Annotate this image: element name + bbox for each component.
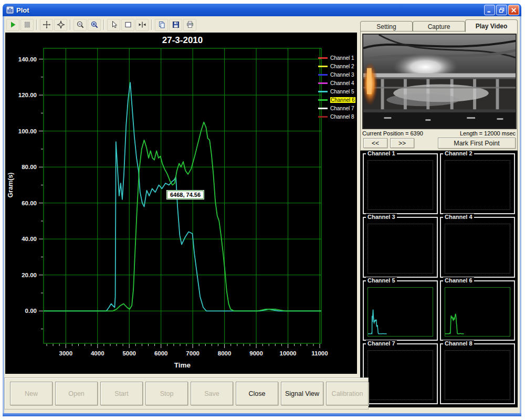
play-button[interactable]	[6, 19, 19, 31]
svg-text:140.00: 140.00	[18, 56, 37, 62]
open-button: Open	[55, 382, 98, 405]
legend-label: Channel 7	[330, 106, 354, 111]
step-back-button[interactable]: <<	[363, 138, 387, 148]
channel-signal-area	[368, 350, 433, 400]
close-window-button[interactable]	[508, 5, 519, 15]
select-region-button[interactable]	[121, 19, 134, 31]
fit-width-button[interactable]	[135, 19, 149, 31]
legend-label: Channel 2	[330, 64, 354, 69]
legend-item-channel-2[interactable]: Channel 2	[318, 62, 357, 70]
stop-button: Stop	[145, 382, 188, 405]
signal-view-button[interactable]: Signal View	[281, 382, 323, 405]
print-button[interactable]	[183, 19, 196, 31]
legend-item-channel-6[interactable]: Channel 6	[318, 96, 357, 104]
channel-thumbnail-label: Channel 5	[366, 277, 397, 284]
channel-thumbnail-8[interactable]: Channel 8	[440, 343, 515, 404]
track-tool-icon	[57, 20, 65, 29]
channel-sparkline	[445, 288, 510, 337]
legend-label: Channel 1	[330, 55, 354, 61]
svg-text:40.00: 40.00	[22, 236, 37, 242]
legend-label: Channel 4	[330, 80, 354, 86]
svg-text:9000: 9000	[249, 350, 263, 356]
track-tool-button[interactable]	[54, 19, 67, 31]
move-tool-button[interactable]	[40, 19, 53, 31]
save-button[interactable]	[169, 19, 182, 31]
tab-capture[interactable]: Capture	[413, 21, 465, 32]
svg-text:11000: 11000	[311, 350, 328, 356]
zoom-out-icon	[76, 20, 85, 29]
channel-thumbnail-6[interactable]: Channel 6	[440, 280, 515, 341]
legend-item-channel-8[interactable]: Channel 8	[318, 112, 357, 121]
app-bar-chart-icon	[6, 6, 14, 14]
close-button[interactable]: Close	[236, 382, 278, 405]
window-border-left	[3, 16, 4, 416]
channel-signal-area	[445, 224, 510, 274]
toolbar-separator	[70, 19, 71, 30]
screenshot-page: Plot 30004000500060007000800090001000011…	[0, 0, 525, 420]
channel-signal-area	[368, 160, 433, 210]
title-bar: Plot	[3, 4, 521, 16]
channel-signal-area	[445, 160, 510, 210]
tab-play-video[interactable]: Play Video	[465, 19, 518, 32]
legend-label: Channel 3	[330, 72, 354, 78]
channel-thumbnail-label: Channel 8	[443, 340, 474, 347]
svg-text:60.00: 60.00	[22, 200, 37, 206]
legend-item-channel-7[interactable]: Channel 7	[318, 104, 357, 112]
svg-text:4000: 4000	[91, 350, 104, 356]
save-icon	[172, 20, 180, 29]
channel-signal-area	[445, 287, 510, 337]
channel-thumbnail-1[interactable]: Channel 1	[363, 153, 438, 214]
legend-label: Channel 5	[330, 89, 354, 94]
zoom-in-icon	[90, 20, 99, 29]
svg-text:6000: 6000	[154, 350, 168, 356]
channel-thumbnail-5[interactable]: Channel 5	[363, 280, 438, 341]
y-axis-label: Gram(s)	[7, 172, 14, 197]
pointer-icon	[110, 20, 118, 29]
channel-thumbnail-label: Channel 2	[443, 150, 474, 157]
minimize-button[interactable]	[484, 5, 495, 15]
svg-text:100.00: 100.00	[18, 128, 37, 134]
right-panel-tabs: SettingCapturePlay Video	[360, 19, 518, 32]
toolbar-separator	[151, 19, 152, 30]
pointer-button[interactable]	[107, 19, 120, 31]
length-label: Length = 12000 msec	[460, 130, 516, 136]
legend-swatch	[318, 82, 328, 84]
video-preview[interactable]	[362, 34, 517, 129]
save-button: Save	[191, 382, 233, 405]
zoom-out-button[interactable]	[74, 19, 87, 31]
channel-thumbnail-2[interactable]: Channel 2	[440, 153, 515, 214]
zoom-in-button[interactable]	[88, 19, 101, 31]
mark-first-point-button[interactable]: Mark First Point	[438, 138, 516, 149]
legend-swatch	[318, 66, 328, 67]
legend-item-channel-1[interactable]: Channel 1	[318, 54, 357, 62]
copy-button[interactable]	[155, 19, 168, 31]
calibration-button: Calibration	[326, 382, 369, 405]
play-icon	[9, 20, 17, 29]
pause-icon	[23, 20, 32, 29]
svg-text:80.00: 80.00	[22, 164, 37, 170]
start-button: Start	[100, 382, 143, 405]
tab-setting[interactable]: Setting	[360, 21, 413, 32]
channel-thumbnail-3[interactable]: Channel 3	[363, 217, 438, 278]
svg-text:20.00: 20.00	[22, 272, 37, 278]
svg-text:5000: 5000	[122, 350, 136, 356]
channel-thumbnail-4[interactable]: Channel 4	[440, 217, 515, 278]
legend-item-channel-4[interactable]: Channel 4	[318, 79, 357, 87]
legend-item-channel-3[interactable]: Channel 3	[318, 70, 357, 79]
print-icon	[186, 20, 194, 29]
window-title: Plot	[16, 6, 484, 14]
channel-thumbnail-7[interactable]: Channel 7	[363, 343, 438, 404]
plot-canvas[interactable]: 300040005000600070008000900010000110000.…	[5, 33, 357, 374]
toolbar	[6, 17, 197, 32]
restore-button[interactable]	[496, 5, 507, 15]
svg-text:3000: 3000	[59, 350, 73, 356]
legend-label: Channel 8	[330, 114, 354, 120]
channel-thumbnails-panel: Channel 1Channel 2Channel 3Channel 4Chan…	[360, 150, 518, 407]
legend-swatch	[318, 57, 328, 59]
pause-button[interactable]	[20, 19, 34, 31]
toolbar-separator	[36, 19, 37, 30]
step-forward-button[interactable]: >>	[390, 138, 414, 148]
x-axis-label: Time	[174, 361, 191, 369]
legend-item-channel-5[interactable]: Channel 5	[318, 87, 357, 96]
channel-thumbnail-label: Channel 1	[366, 150, 397, 157]
